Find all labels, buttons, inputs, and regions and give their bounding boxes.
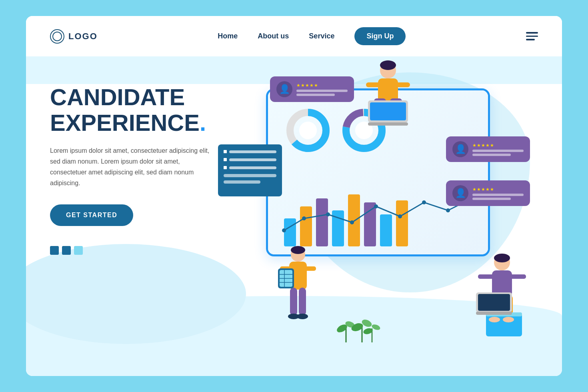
svg-rect-60 bbox=[476, 312, 512, 315]
svg-rect-14 bbox=[396, 200, 408, 246]
bullet-dot-3 bbox=[224, 166, 227, 169]
logo-text: LOGO bbox=[68, 31, 98, 42]
svg-point-16 bbox=[302, 216, 306, 220]
review-avatar-2: 👤 bbox=[452, 141, 468, 157]
bullet-line-2 bbox=[229, 158, 276, 161]
svg-rect-12 bbox=[364, 202, 376, 246]
nav-service[interactable]: Service bbox=[309, 32, 334, 40]
logo-icon bbox=[50, 29, 64, 44]
avatar-icon-1: 👤 bbox=[279, 84, 290, 94]
hero-title-line1: CANDIDATE bbox=[50, 84, 185, 110]
hero-description: Lorem ipsum dolor sit amet, consectetuer… bbox=[50, 145, 218, 189]
svg-rect-38 bbox=[305, 266, 316, 271]
review-lines-1 bbox=[296, 90, 348, 96]
nav-about[interactable]: About us bbox=[258, 32, 289, 40]
hero-title: CANDIDATE EXPERIENCE. bbox=[50, 84, 242, 136]
svg-point-42 bbox=[297, 314, 308, 319]
review-line-3a bbox=[472, 194, 524, 196]
avatar-icon-2: 👤 bbox=[455, 144, 466, 154]
svg-point-20 bbox=[398, 214, 402, 218]
svg-point-15 bbox=[282, 228, 286, 232]
sidebar-panel bbox=[218, 144, 282, 196]
svg-rect-9 bbox=[316, 198, 328, 246]
svg-rect-52 bbox=[478, 274, 494, 279]
review-content-3: ★★★★★ bbox=[472, 187, 524, 200]
svg-point-25 bbox=[380, 60, 396, 70]
review-card-1: 👤 ★★★★★ bbox=[270, 76, 354, 102]
svg-rect-27 bbox=[366, 82, 380, 87]
bullet-dot-1 bbox=[224, 150, 227, 153]
review-lines-3 bbox=[472, 194, 524, 200]
person-bottom-right bbox=[474, 252, 530, 344]
svg-rect-28 bbox=[396, 82, 410, 87]
svg-point-22 bbox=[446, 208, 450, 212]
svg-point-61 bbox=[489, 317, 500, 322]
nav-home[interactable]: Home bbox=[218, 32, 238, 40]
review-line-2a bbox=[472, 150, 524, 152]
dot-3 bbox=[74, 246, 83, 255]
svg-rect-13 bbox=[380, 214, 392, 246]
avatar-icon-3: 👤 bbox=[455, 188, 466, 198]
panel-bullet-3 bbox=[224, 166, 276, 169]
svg-rect-7 bbox=[284, 218, 296, 246]
dot-1 bbox=[50, 246, 59, 255]
bullet-line-3 bbox=[229, 166, 276, 169]
page-container: LOGO Home About us Service Sign Up CANDI… bbox=[26, 16, 562, 376]
svg-rect-33 bbox=[368, 122, 408, 126]
review-avatar-1: 👤 bbox=[276, 81, 292, 97]
svg-point-62 bbox=[503, 317, 514, 322]
review-stars-3: ★★★★★ bbox=[472, 187, 524, 192]
svg-rect-8 bbox=[300, 206, 312, 246]
bullet-dot-2 bbox=[224, 158, 227, 161]
get-started-button[interactable]: GET STARTED bbox=[50, 204, 133, 226]
panel-line-2 bbox=[224, 180, 260, 184]
review-card-2: 👤 ★★★★★ bbox=[446, 136, 530, 162]
main-content: CANDIDATE EXPERIENCE. Lorem ipsum dolor … bbox=[26, 56, 562, 376]
svg-rect-59 bbox=[478, 294, 510, 311]
hamburger-line-2 bbox=[526, 36, 538, 37]
hero-title-dot: . bbox=[200, 110, 206, 136]
svg-point-2 bbox=[299, 122, 317, 139]
donut-chart-1 bbox=[284, 106, 332, 154]
review-line-1a bbox=[296, 90, 348, 92]
svg-rect-32 bbox=[370, 102, 406, 120]
review-lines-2 bbox=[472, 150, 524, 156]
hamburger-menu[interactable] bbox=[526, 32, 538, 40]
review-avatar-3: 👤 bbox=[452, 185, 468, 201]
svg-point-19 bbox=[374, 204, 378, 208]
review-line-2b bbox=[472, 154, 511, 156]
svg-rect-53 bbox=[510, 274, 526, 279]
bullet-line-1 bbox=[229, 150, 276, 153]
svg-point-35 bbox=[291, 246, 305, 254]
svg-point-50 bbox=[494, 254, 510, 262]
review-content-1: ★★★★★ bbox=[296, 83, 348, 96]
hamburger-line-3 bbox=[526, 39, 535, 40]
person-top bbox=[362, 60, 414, 140]
panel-bullet-2 bbox=[224, 158, 276, 161]
review-content-2: ★★★★★ bbox=[472, 143, 524, 156]
navbar: LOGO Home About us Service Sign Up bbox=[26, 16, 562, 56]
svg-point-17 bbox=[326, 212, 330, 216]
review-stars-1: ★★★★★ bbox=[296, 83, 348, 88]
signup-button[interactable]: Sign Up bbox=[354, 27, 406, 45]
svg-point-18 bbox=[350, 220, 354, 224]
dots-indicator bbox=[50, 246, 242, 255]
svg-rect-39 bbox=[290, 288, 297, 316]
logo-area: LOGO bbox=[50, 29, 98, 44]
panel-line-1 bbox=[224, 174, 276, 177]
panel-bullet-1 bbox=[224, 150, 276, 153]
right-section: 👤 ★★★★★ 👤 ★★★★★ bbox=[242, 72, 538, 352]
svg-rect-40 bbox=[299, 288, 306, 316]
review-line-3b bbox=[472, 198, 511, 200]
hero-title-line2: EXPERIENCE bbox=[50, 110, 200, 136]
hamburger-line-1 bbox=[526, 32, 538, 34]
review-card-3: 👤 ★★★★★ bbox=[446, 180, 530, 206]
nav-links: Home About us Service Sign Up bbox=[218, 27, 406, 45]
person-bottom-left bbox=[278, 244, 318, 340]
plant-group bbox=[338, 310, 378, 342]
review-stars-2: ★★★★★ bbox=[472, 143, 524, 148]
review-line-1b bbox=[296, 94, 335, 96]
svg-point-21 bbox=[422, 200, 426, 204]
left-section: CANDIDATE EXPERIENCE. Lorem ipsum dolor … bbox=[50, 72, 242, 255]
dot-2 bbox=[62, 246, 71, 255]
